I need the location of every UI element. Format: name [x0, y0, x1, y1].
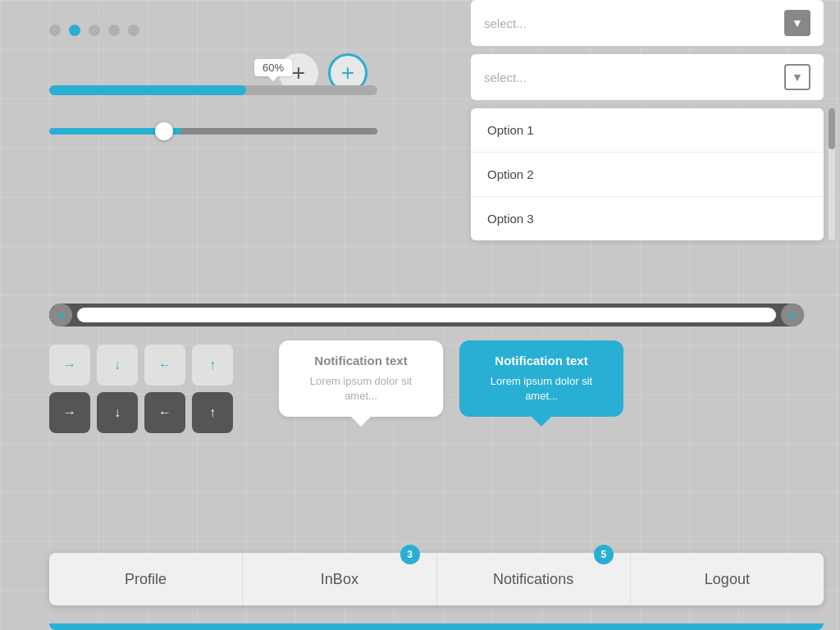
- scrollbar-right-arrow[interactable]: ►: [781, 304, 804, 326]
- notifications-badge: 5: [594, 545, 614, 564]
- bubble-white: Notification text Lorem ipsum dolor sit …: [279, 340, 443, 417]
- arrow-up-light[interactable]: ↑: [192, 345, 233, 386]
- pagination-dots: [49, 25, 427, 36]
- bubble-white-title: Notification text: [299, 354, 423, 368]
- select-box-second[interactable]: select... ▼: [471, 54, 824, 100]
- nav-item-notifications[interactable]: 5 Notifications: [437, 553, 631, 605]
- select-second-arrow[interactable]: ▼: [784, 64, 810, 90]
- arrow-left-dark[interactable]: ←: [144, 392, 185, 433]
- progress-fill: [49, 85, 246, 95]
- select-second-label: select...: [484, 71, 527, 84]
- main-container: + + 60% ◄ ► → ↓ ← ↑ →: [0, 0, 840, 630]
- scrollbar-left-arrow[interactable]: ◄: [49, 304, 72, 326]
- nav-item-logout[interactable]: Logout: [631, 553, 824, 605]
- right-panel: select... ▼ select... ▼ Option 1 Option …: [471, 0, 824, 240]
- slider-track[interactable]: [49, 128, 377, 135]
- nav-item-profile[interactable]: Profile: [49, 553, 243, 605]
- arrow-row-light: → ↓ ← ↑: [49, 345, 233, 386]
- progress-track: [49, 85, 377, 95]
- progress-tooltip: 60%: [254, 59, 292, 76]
- dot-2[interactable]: [69, 25, 80, 36]
- horizontal-scrollbar[interactable]: ◄ ►: [49, 304, 804, 326]
- nav-logout-label: Logout: [705, 571, 750, 588]
- dropdown-scrollbar-thumb: [829, 108, 835, 149]
- bubble-blue: Notification text Lorem ipsum dolor sit …: [459, 340, 623, 417]
- nav-inbox-label: InBox: [321, 571, 358, 588]
- nav-item-inbox[interactable]: 3 InBox: [243, 553, 436, 605]
- scrollbar-thumb[interactable]: [77, 308, 776, 322]
- slider-thumb[interactable]: [155, 122, 173, 140]
- dropdown-scrollbar[interactable]: [829, 108, 835, 240]
- dot-3[interactable]: [89, 25, 100, 36]
- dot-5[interactable]: [128, 25, 139, 36]
- bubble-blue-body: Lorem ipsum dolor sit amet...: [479, 374, 604, 404]
- bubble-blue-title: Notification text: [479, 354, 604, 368]
- dropdown-option-2[interactable]: Option 2: [471, 153, 824, 197]
- dropdown-option-1[interactable]: Option 1: [471, 108, 824, 153]
- bottom-nav: Profile 3 InBox 5 Notifications Logout: [49, 553, 824, 605]
- inbox-badge: 3: [400, 545, 420, 564]
- select-top-label: select...: [484, 16, 527, 30]
- bottom-blue-bar: [49, 623, 824, 630]
- nav-profile-label: Profile: [125, 571, 167, 588]
- arrow-right-dark[interactable]: →: [49, 392, 90, 433]
- select-top-arrow[interactable]: ▼: [784, 10, 810, 36]
- arrow-row-dark: → ↓ ← ↑: [49, 392, 233, 433]
- arrow-down-light[interactable]: ↓: [97, 345, 138, 386]
- arrow-left-light[interactable]: ←: [144, 345, 185, 386]
- slider-section: [49, 128, 427, 135]
- dot-4[interactable]: [108, 25, 120, 36]
- arrow-buttons-section: → ↓ ← ↑ → ↓ ← ↑: [49, 345, 233, 433]
- bubble-white-body: Lorem ipsum dolor sit amet...: [299, 374, 423, 404]
- dropdown-list: Option 1 Option 2 Option 3: [471, 108, 824, 240]
- notification-bubbles: Notification text Lorem ipsum dolor sit …: [279, 340, 623, 417]
- nav-notifications-label: Notifications: [493, 571, 573, 588]
- select-box-top[interactable]: select... ▼: [471, 0, 824, 46]
- arrow-right-light[interactable]: →: [49, 345, 90, 386]
- dropdown-wrapper: Option 1 Option 2 Option 3: [471, 108, 824, 240]
- dot-1[interactable]: [49, 25, 61, 36]
- progress-section: 60%: [49, 85, 427, 95]
- arrow-up-dark[interactable]: ↑: [192, 392, 233, 433]
- dropdown-option-3[interactable]: Option 3: [471, 197, 824, 240]
- left-panel: + + 60%: [49, 25, 427, 135]
- arrow-down-dark[interactable]: ↓: [97, 392, 138, 433]
